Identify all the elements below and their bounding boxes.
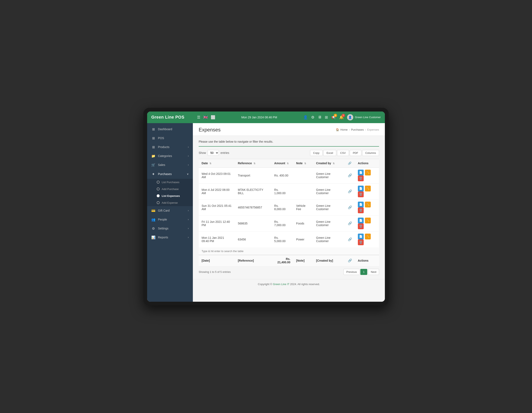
- sort-icon: ⇅: [333, 162, 335, 165]
- col-date[interactable]: Date ⇅: [199, 159, 235, 167]
- sidebar-item-pos[interactable]: ⊞ POS: [147, 134, 193, 143]
- link-icon[interactable]: 🔗: [348, 174, 352, 177]
- view-button[interactable]: 📄: [358, 186, 364, 192]
- view-button[interactable]: 📄: [358, 170, 364, 175]
- delete-button[interactable]: 🗑️: [358, 223, 364, 229]
- page-footer: Copyright © Green Line IT 2024. All righ…: [193, 279, 385, 289]
- view-button[interactable]: 📄: [358, 202, 364, 207]
- cell-note: Power: [293, 231, 313, 247]
- cell-amount: Rs. 1,000.00: [271, 183, 293, 199]
- gift-card-icon: 💳: [151, 209, 155, 213]
- col-created-by[interactable]: Created by ⇅: [313, 159, 345, 167]
- sidebar-item-gift-card[interactable]: 💳 Gift Card ›: [147, 206, 193, 215]
- edit-button[interactable]: ✏️: [365, 234, 371, 239]
- delete-button[interactable]: 🗑️: [358, 175, 364, 181]
- copy-button[interactable]: Copy: [310, 150, 323, 156]
- notification-bell[interactable]: 🔔 7: [339, 115, 344, 119]
- sidebar-item-label: POS: [158, 137, 164, 140]
- sidebar-item-purchases[interactable]: + Purchases ∨: [147, 169, 193, 179]
- col-note[interactable]: Note ⇅: [293, 159, 313, 167]
- link-icon: 🔗: [348, 259, 352, 262]
- cell-reference: MTAK ELECTICITY BILL: [235, 183, 271, 199]
- csv-button[interactable]: CSV: [337, 150, 349, 156]
- prev-button[interactable]: Previous: [343, 269, 360, 275]
- sidebar-item-sales[interactable]: 🛒 Sales ›: [147, 161, 193, 169]
- sidebar-item-products[interactable]: ⊞ Products ›: [147, 143, 193, 152]
- sidebar-item-list-purchases[interactable]: List Purchases: [147, 179, 193, 186]
- table-header-row: Date ⇅ Reference ⇅ Amount ⇅ Note ⇅ Creat…: [199, 159, 379, 167]
- delete-button[interactable]: 🗑️: [358, 192, 364, 197]
- breadcrumb-home[interactable]: Home: [340, 128, 348, 131]
- purchases-icon: +: [151, 172, 155, 176]
- page-1-button[interactable]: 1: [360, 269, 367, 275]
- table-row: Mon 11 Jan 2021 09:40 PM 63456 Rs. 5,000…: [199, 231, 379, 247]
- delete-button[interactable]: 🗑️: [358, 207, 364, 213]
- sort-icon: ⇅: [304, 162, 306, 165]
- square-icon[interactable]: ⬜: [211, 115, 215, 119]
- footer-note: [Note]: [293, 255, 313, 266]
- pdf-button[interactable]: PDF: [350, 150, 361, 156]
- footer-text-end: 2024. All rights reserved.: [289, 283, 320, 286]
- link-icon[interactable]: 🔗: [348, 190, 352, 193]
- delete-button[interactable]: 🗑️: [358, 239, 364, 245]
- next-button[interactable]: Next: [368, 269, 379, 275]
- flag-icon[interactable]: 🇬🇧: [203, 115, 208, 119]
- cell-amount: Rs. 5,000.00: [271, 231, 293, 247]
- cell-reference: 465574678756857: [235, 199, 271, 215]
- sidebar-item-list-expenses[interactable]: List Expenses: [147, 193, 193, 199]
- sidebar-item-people[interactable]: 👥 People ›: [147, 215, 193, 224]
- view-button[interactable]: 📄: [358, 234, 364, 239]
- sidebar-item-dashboard[interactable]: ⊞ Dashboard: [147, 125, 193, 134]
- cell-link: 🔗: [345, 183, 355, 199]
- edit-button[interactable]: ✏️: [365, 170, 371, 175]
- col-amount[interactable]: Amount ⇅: [271, 159, 293, 167]
- settings-icon[interactable]: ⚙: [311, 115, 314, 119]
- col-reference[interactable]: Reference ⇅: [235, 159, 271, 167]
- grid-icon[interactable]: ⊞: [325, 115, 328, 119]
- cell-note: Foods: [293, 215, 313, 231]
- hamburger-icon[interactable]: ☰: [197, 115, 200, 119]
- sidebar-item-categories[interactable]: 📁 Categories ›: [147, 152, 193, 161]
- link-icon[interactable]: 🔗: [348, 221, 352, 225]
- brand-name-light: Green Line: [151, 115, 175, 119]
- footer-date: [Date]: [199, 255, 235, 266]
- entries-select[interactable]: 50 25 10: [208, 150, 219, 156]
- table-search-input[interactable]: [202, 250, 376, 253]
- sidebar-item-settings[interactable]: ⚙ Settings ›: [147, 224, 193, 233]
- cell-link: 🔗: [345, 167, 355, 183]
- edit-button[interactable]: ✏️: [365, 186, 371, 192]
- excel-button[interactable]: Excel: [323, 150, 336, 156]
- sidebar-item-label: Dashboard: [158, 128, 172, 131]
- person-icon[interactable]: 👤: [303, 115, 308, 119]
- chevron-right-icon: ›: [188, 227, 189, 230]
- breadcrumb-parent[interactable]: Purchases: [351, 128, 364, 131]
- notification-megaphone[interactable]: 📢 3: [331, 115, 336, 119]
- datetime: Mon 29 Jan 2024 08:46 PM: [218, 116, 300, 119]
- table-row: Mon 4 Jul 2022 06:00 AM MTAK ELECTICITY …: [199, 183, 379, 199]
- cell-created-by: Green Line Customer: [313, 199, 345, 215]
- sidebar-item-add-expense[interactable]: Add Expense: [147, 199, 193, 206]
- bell-badge: 7: [342, 114, 345, 117]
- cell-reference: Transport: [235, 167, 271, 183]
- sidebar-sub-label: List Purchases: [162, 181, 179, 184]
- sidebar-item-reports[interactable]: 📊 Reports ›: [147, 233, 193, 242]
- edit-button[interactable]: ✏️: [365, 202, 371, 207]
- show-entries: Show 50 25 10 entries: [199, 150, 229, 156]
- columns-button[interactable]: Columns: [362, 150, 379, 156]
- table-row: Sun 31 Oct 2021 05:41 AM 465574678756857…: [199, 199, 379, 215]
- chevron-down-icon: ∨: [187, 173, 189, 175]
- monitor-icon[interactable]: 🖥: [318, 115, 322, 119]
- view-button[interactable]: 📄: [358, 218, 364, 223]
- sidebar-item-label: People: [158, 218, 167, 221]
- table-controls: Show 50 25 10 entries Copy Excel CSV: [199, 150, 379, 156]
- edit-button[interactable]: ✏️: [365, 218, 371, 223]
- cell-created-by: Green Line Customer: [313, 215, 345, 231]
- sidebar-item-add-purchase[interactable]: Add Purchase: [147, 186, 193, 193]
- footer-link[interactable]: Green Line IT: [273, 283, 289, 286]
- link-icon[interactable]: 🔗: [348, 238, 352, 241]
- link-icon[interactable]: 🔗: [348, 206, 352, 209]
- categories-icon: 📁: [151, 154, 155, 158]
- export-buttons: Copy Excel CSV PDF Columns: [310, 150, 379, 156]
- user-info[interactable]: 👤 Green Line Customer: [347, 114, 381, 120]
- page-header: Expenses 🏠 Home › Purchases › Expenses: [193, 123, 385, 136]
